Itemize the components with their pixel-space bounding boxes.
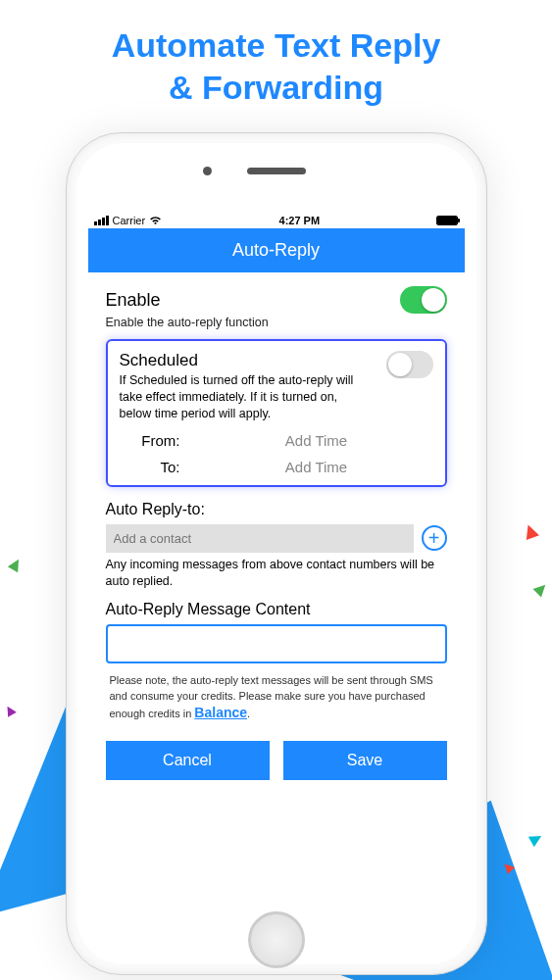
note-text: Please note, the auto-reply text message… [110, 674, 433, 719]
screen: Carrier 4:27 PM Auto-Reply Enable [88, 212, 465, 891]
battery-icon [436, 216, 458, 225]
contact-input[interactable] [106, 524, 414, 553]
balance-link[interactable]: Balance [194, 705, 247, 720]
status-time: 4:27 PM [279, 215, 321, 226]
promo-title: Automate Text Reply & Forwarding [0, 0, 552, 108]
signal-icon [94, 216, 109, 225]
reply-to-info: Any incoming messages from above contact… [106, 557, 447, 590]
credits-note: Please note, the auto-reply text message… [106, 673, 447, 722]
confetti-icon [522, 522, 539, 540]
carrier-label: Carrier [113, 215, 146, 226]
phone-camera [203, 167, 212, 175]
promo-line2: & Forwarding [0, 67, 552, 109]
page-title: Auto-Reply [232, 240, 320, 260]
scheduled-panel: Scheduled If Scheduled is turned off the… [106, 339, 447, 487]
message-input[interactable] [106, 624, 447, 663]
promo-line1: Automate Text Reply [0, 24, 552, 67]
from-label: From: [120, 432, 200, 449]
scheduled-desc: If Scheduled is turned off the auto-repl… [120, 372, 355, 422]
scheduled-title: Scheduled [120, 351, 355, 370]
confetti-icon [533, 581, 550, 598]
plus-icon: + [428, 527, 440, 550]
confetti-icon [8, 557, 24, 572]
to-label: To: [120, 459, 200, 475]
from-time-button[interactable]: Add Time [200, 432, 433, 449]
reply-to-title: Auto Reply-to: [106, 501, 447, 518]
cancel-button[interactable]: Cancel [106, 741, 270, 780]
home-button[interactable] [248, 911, 305, 968]
enable-label: Enable [106, 290, 161, 311]
note-suffix: . [247, 708, 250, 719]
enable-sublabel: Enable the auto-reply function [106, 316, 447, 329]
status-bar: Carrier 4:27 PM [88, 212, 465, 228]
app-header: Auto-Reply [88, 228, 465, 272]
enable-toggle[interactable] [400, 286, 447, 314]
phone-speaker [247, 168, 306, 174]
save-button[interactable]: Save [283, 741, 447, 780]
phone-frame: Carrier 4:27 PM Auto-Reply Enable [66, 132, 487, 975]
add-contact-button[interactable]: + [422, 525, 447, 551]
wifi-icon [149, 214, 162, 226]
scheduled-toggle[interactable] [386, 351, 433, 378]
message-title: Auto-Reply Message Content [106, 601, 447, 618]
to-time-button[interactable]: Add Time [200, 459, 433, 475]
